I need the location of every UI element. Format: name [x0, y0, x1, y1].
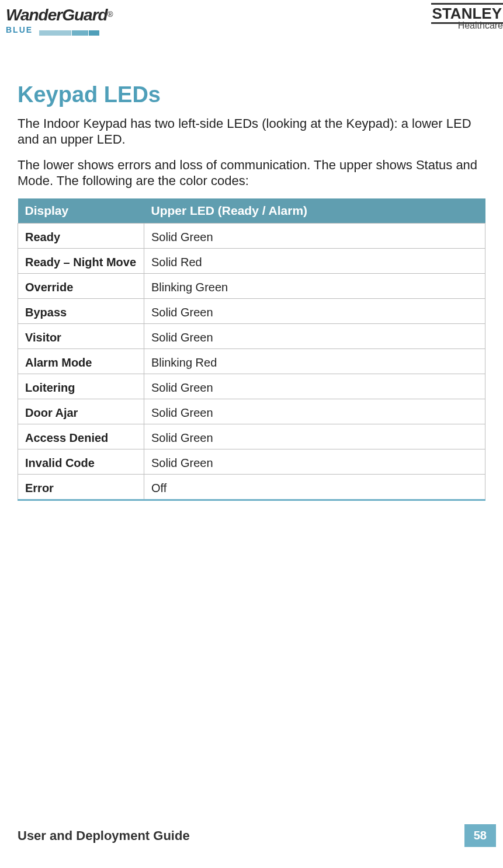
table-cell-display: Ready — [18, 223, 144, 248]
logo-bars-icon — [39, 25, 100, 36]
table-row: BypassSolid Green — [18, 298, 485, 323]
product-sub: BLUE — [6, 25, 33, 34]
table-header-row: Display Upper LED (Ready / Alarm) — [18, 198, 485, 224]
table-cell-led: Off — [144, 474, 485, 500]
table-cell-led: Solid Green — [144, 399, 485, 424]
table-cell-led: Solid Red — [144, 248, 485, 273]
page-footer: User and Deployment Guide 58 — [18, 824, 496, 847]
table-cell-led: Solid Green — [144, 223, 485, 248]
table-cell-display: Invalid Code — [18, 449, 144, 474]
table-cell-led: Solid Green — [144, 374, 485, 399]
table-cell-display: Bypass — [18, 298, 144, 323]
page-number: 58 — [464, 824, 496, 847]
table-header-upper-led: Upper LED (Ready / Alarm) — [144, 198, 485, 224]
table-row: Invalid CodeSolid Green — [18, 449, 485, 474]
table-row: Access DeniedSolid Green — [18, 424, 485, 449]
intro-paragraph-1: The Indoor Keypad has two left-side LEDs… — [18, 116, 485, 148]
table-cell-display: Loitering — [18, 374, 144, 399]
page-header: WanderGuard® BLUE STANLEY Healthcare — [0, 0, 503, 36]
section-title: Keypad LEDs — [18, 82, 485, 107]
table-cell-display: Door Ajar — [18, 399, 144, 424]
table-cell-led: Solid Green — [144, 298, 485, 323]
table-cell-display: Error — [18, 474, 144, 500]
intro-paragraph-2: The lower shows errors and loss of commu… — [18, 157, 485, 189]
table-cell-display: Override — [18, 273, 144, 298]
table-cell-led: Solid Green — [144, 323, 485, 348]
table-row: VisitorSolid Green — [18, 323, 485, 348]
table-cell-display: Visitor — [18, 323, 144, 348]
company-logo: STANLEY Healthcare — [431, 6, 503, 30]
table-cell-led: Blinking Green — [144, 273, 485, 298]
table-header-display: Display — [18, 198, 144, 224]
led-codes-table: Display Upper LED (Ready / Alarm) ReadyS… — [18, 198, 485, 501]
table-row: OverrideBlinking Green — [18, 273, 485, 298]
table-cell-display: Access Denied — [18, 424, 144, 449]
table-row: Alarm ModeBlinking Red — [18, 348, 485, 374]
product-logo: WanderGuard® BLUE — [6, 6, 152, 36]
table-cell-led: Solid Green — [144, 424, 485, 449]
table-cell-led: Blinking Red — [144, 348, 485, 374]
table-row: Ready – Night MoveSolid Red — [18, 248, 485, 273]
registered-mark: ® — [107, 10, 113, 19]
product-name: WanderGuard — [6, 6, 107, 24]
table-cell-display: Ready – Night Move — [18, 248, 144, 273]
table-row: Door AjarSolid Green — [18, 399, 485, 424]
table-cell-led: Solid Green — [144, 449, 485, 474]
table-row: ErrorOff — [18, 474, 485, 500]
table-cell-display: Alarm Mode — [18, 348, 144, 374]
page-content: Keypad LEDs The Indoor Keypad has two le… — [0, 36, 503, 501]
table-row: LoiteringSolid Green — [18, 374, 485, 399]
table-row: ReadySolid Green — [18, 223, 485, 248]
footer-title: User and Deployment Guide — [18, 828, 190, 843]
